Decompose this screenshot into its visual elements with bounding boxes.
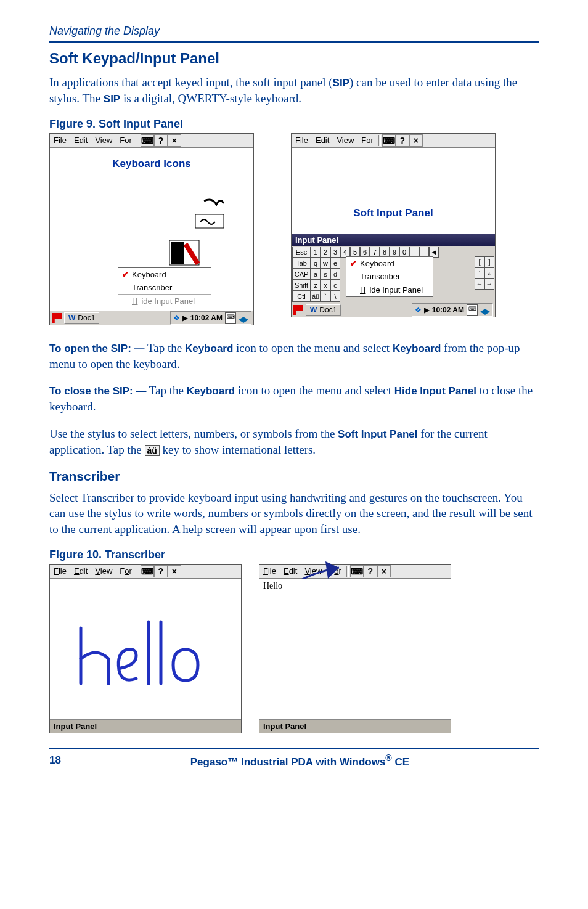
popup-item-keyboard[interactable]: ✔Keyboard	[118, 268, 211, 281]
close-button[interactable]: ×	[377, 565, 391, 577]
close-button[interactable]: ×	[168, 134, 181, 147]
menu-file[interactable]: FFileile	[50, 134, 70, 146]
popup-item-hide[interactable]: Hide Input Panel	[346, 283, 433, 296]
menubar-separator	[137, 135, 139, 146]
key[interactable]: x	[321, 280, 330, 291]
tray-icon[interactable]: ❖	[415, 306, 422, 314]
page-footer: 18 Pegaso™ Industrial PDA with Windows® …	[49, 748, 539, 768]
menu-view[interactable]: View	[333, 134, 357, 146]
sip-term: Soft Input Panel	[338, 428, 417, 440]
window-left: FFileile Edit View For ⌨ ? × Keyboard Ic…	[49, 133, 254, 325]
close-sip-lead: To close the SIP: —	[49, 385, 146, 397]
sip-tray-icon[interactable]: ⌨	[467, 304, 478, 316]
keyboard-term: Keyboard	[187, 385, 235, 397]
menu-file[interactable]: File	[50, 565, 70, 577]
menu-view[interactable]: View	[91, 134, 116, 146]
menubar: File Edit View For ⌨ ? ×	[292, 134, 495, 148]
key[interactable]: `	[321, 291, 330, 302]
menu-format[interactable]: For	[357, 134, 377, 146]
menu-view[interactable]: View	[91, 565, 116, 577]
key[interactable]: 1	[311, 247, 321, 258]
au-key-icon: áü	[145, 445, 160, 456]
svg-marker-3	[325, 561, 339, 579]
taskbar-doc-button[interactable]: W Doc1	[306, 304, 341, 316]
sip-toggle-icon[interactable]: ⌨	[141, 565, 154, 577]
tray-icon[interactable]: ❖	[173, 314, 180, 322]
taskbar-doc-button[interactable]: W Doc1	[64, 312, 99, 324]
popup-item-transcriber[interactable]: Transcriber	[118, 281, 211, 294]
key-caps[interactable]: CAP	[292, 269, 311, 280]
intro-text: is a digital, QWERTY-style keyboard.	[120, 92, 301, 105]
soft-input-panel-label: Soft Input Panel	[292, 207, 495, 219]
key[interactable]: a	[311, 269, 321, 280]
menu-edit[interactable]: Edit	[312, 134, 333, 146]
keyboard-tile-icon	[167, 238, 204, 270]
key[interactable]: w	[321, 258, 330, 269]
taskbar: W Doc1 ❖ ▶ 10:02 AM ⌨	[50, 311, 253, 325]
key-enter[interactable]: ↲	[484, 267, 494, 279]
key[interactable]: ]	[484, 256, 494, 267]
sip-toggle-icon[interactable]: ⌨	[382, 134, 396, 147]
input-panel-bar: Input Panel	[50, 719, 241, 733]
key[interactable]: ←	[475, 279, 484, 290]
menu-file[interactable]: File	[292, 134, 312, 146]
check-icon: ✔	[350, 259, 356, 268]
key-tab[interactable]: Tab	[292, 258, 311, 269]
tray-arrow-icon[interactable]: ▶	[424, 306, 430, 314]
menu-edit[interactable]: Edit	[70, 134, 91, 146]
running-head: Navigating the Display	[49, 25, 539, 43]
sip-toggle-icon[interactable]: ⌨	[141, 134, 154, 147]
transcriber-heading: Transcriber	[49, 469, 539, 484]
hide-input-panel-term: Hide Input Panel	[394, 385, 476, 397]
start-icon[interactable]	[293, 305, 303, 315]
transcriber-window-right: File Edit View For ⌨ ? × Hello Input Pan…	[259, 564, 451, 733]
close-button[interactable]: ×	[409, 134, 423, 147]
start-icon[interactable]	[52, 313, 62, 323]
key[interactable]: 2	[321, 247, 330, 258]
menubar: FFileile Edit View For ⌨ ? ×	[50, 134, 253, 148]
sip-popup-menu: ✔Keyboard Transcriber Hide Input Panel	[118, 267, 211, 308]
key[interactable]: [	[475, 256, 484, 267]
sip-popup-menu: ✔Keyboard Transcriber Hide Input Panel	[346, 256, 433, 297]
key-ctl[interactable]: Ctl	[292, 291, 311, 302]
key[interactable]: \	[330, 291, 340, 302]
popup-item-transcriber[interactable]: Transcriber	[346, 270, 433, 283]
page-number: 18	[49, 754, 61, 767]
key[interactable]: s	[321, 269, 330, 280]
check-icon: ✔	[122, 270, 128, 279]
popup-item-keyboard[interactable]: ✔Keyboard	[346, 257, 433, 270]
menu-edit[interactable]: Edit	[70, 565, 91, 577]
tray-arrow-icon[interactable]: ▶	[182, 314, 188, 322]
key[interactable]: e	[330, 258, 340, 269]
help-button[interactable]: ?	[396, 134, 409, 147]
key[interactable]: q	[311, 258, 321, 269]
figure9: FFileile Edit View For ⌨ ? × Keyboard Ic…	[49, 133, 539, 325]
keyboard-term: Keyboard	[185, 343, 233, 354]
close-button[interactable]: ×	[168, 565, 181, 577]
open-sip-lead: To open the SIP: —	[49, 343, 145, 354]
key[interactable]: z	[311, 280, 321, 291]
menu-format[interactable]: For	[116, 565, 136, 577]
menubar-separator	[378, 135, 381, 146]
taskbar-clock: 10:02 AM	[432, 306, 464, 314]
desktop-icon[interactable]	[239, 313, 248, 323]
sip-tray-icon[interactable]: ⌨	[225, 312, 236, 324]
key[interactable]: c	[330, 280, 340, 291]
menu-format[interactable]: For	[116, 134, 136, 146]
desktop-icon[interactable]	[480, 305, 490, 315]
help-button[interactable]: ?	[154, 565, 168, 577]
key[interactable]: d	[330, 269, 340, 280]
key-shift[interactable]: Shift	[292, 280, 311, 291]
sip-term: SIP	[333, 77, 349, 89]
key[interactable]: →	[484, 279, 494, 290]
key[interactable]: '	[475, 267, 484, 279]
figure9-caption: Figure 9. Soft Input Panel	[49, 118, 539, 131]
help-button[interactable]: ?	[154, 134, 168, 147]
key[interactable]: 3	[330, 247, 340, 258]
key-intl[interactable]: áü	[311, 291, 321, 302]
input-panel-bar: Input Panel	[259, 719, 451, 733]
keyboard-icons-label: Keyboard Icons	[50, 158, 253, 170]
key-esc[interactable]: Esc	[292, 247, 311, 258]
open-sip-paragraph: To open the SIP: — Tap the Keyboard icon…	[49, 340, 539, 372]
popup-item-hide[interactable]: Hide Input Panel	[118, 294, 211, 308]
